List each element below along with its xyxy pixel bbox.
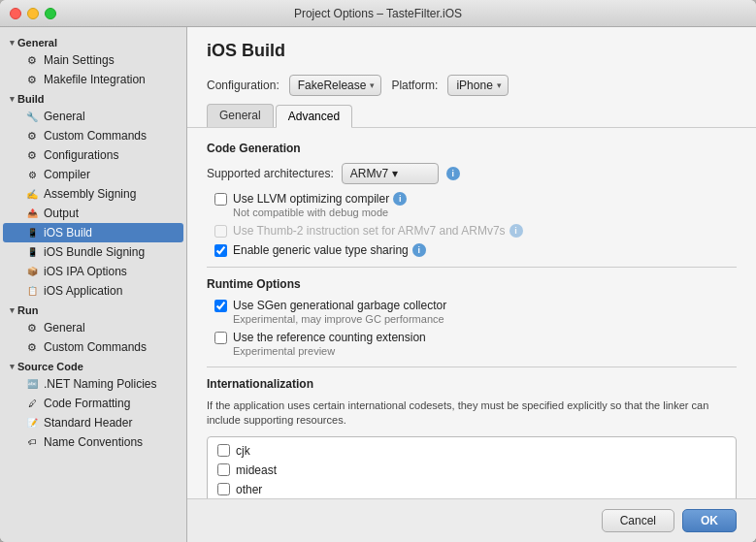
sidebar-item-net-naming[interactable]: .NET Naming Policies [0, 374, 186, 394]
maximize-button[interactable] [45, 8, 56, 19]
config-label: Configuration: [207, 79, 279, 92]
info-icon[interactable]: i [412, 243, 426, 257]
sidebar-section-general[interactable]: ▾ General [0, 33, 186, 50]
main-content: ▾ General Main Settings Makefile Integra… [0, 27, 756, 542]
net-icon [25, 377, 39, 391]
sidebar-section-build[interactable]: ▾ Build [0, 89, 186, 107]
cjk-checkbox[interactable] [217, 444, 230, 457]
runtime-options-title: Runtime Options [207, 277, 737, 291]
sidebar-section-run[interactable]: ▾ Run [0, 301, 186, 318]
code-fmt-icon [25, 397, 39, 410]
sidebar-item-run-custom-commands[interactable]: Custom Commands [0, 337, 186, 357]
info-icon[interactable]: i [393, 192, 407, 206]
sidebar-item-ios-ipa-options[interactable]: iOS IPA Options [0, 262, 186, 281]
gear-icon [25, 340, 39, 354]
intl-note: If the application uses certain internat… [207, 399, 737, 429]
build-icon [25, 110, 39, 123]
info-icon[interactable]: i [446, 167, 460, 180]
intl-item-other: other [208, 480, 736, 498]
generic-value-content: Enable generic value type sharing i [233, 243, 737, 257]
panel-body: Code Generation Supported architectures:… [187, 128, 756, 498]
arch-label: Supported architectures: [207, 167, 334, 180]
sgen-sub: Experimental, may improve GC performance [233, 313, 737, 325]
gear-icon [25, 53, 39, 67]
platform-dropdown[interactable]: iPhone ▾ [447, 75, 508, 96]
generic-value-label: Enable generic value type sharing i [233, 243, 737, 257]
mideast-checkbox[interactable] [217, 463, 230, 476]
sidebar-item-compiler[interactable]: Compiler [0, 165, 186, 184]
arrow-icon: ▾ [10, 38, 15, 48]
ios-icon [25, 226, 39, 239]
arrow-icon: ▾ [10, 362, 15, 371]
sidebar-item-ios-build[interactable]: iOS Build [3, 223, 183, 242]
sidebar-section-source-code[interactable]: ▾ Source Code [0, 357, 186, 374]
sidebar-item-build-general[interactable]: General [0, 107, 186, 126]
ok-button[interactable]: OK [682, 509, 737, 532]
panel-title: iOS Build [207, 41, 737, 61]
sidebar-item-standard-header[interactable]: Standard Header [0, 413, 186, 432]
main-window: Project Options – TasteFilter.iOS ▾ Gene… [0, 0, 756, 542]
intl-item-cjk: cjk [208, 441, 736, 461]
close-button[interactable] [10, 8, 21, 19]
sgen-label: Use SGen generational garbage collector [233, 299, 737, 312]
generic-value-checkbox-row: Enable generic value type sharing i [207, 243, 737, 257]
right-panel: iOS Build Configuration: FakeRelease ▾ P… [187, 27, 756, 542]
code-generation-title: Code Generation [207, 142, 737, 155]
sidebar-item-makefile-integration[interactable]: Makefile Integration [0, 70, 186, 89]
sidebar-item-output[interactable]: Output [0, 204, 186, 223]
sidebar-item-name-conventions[interactable]: Name Conventions [0, 432, 186, 452]
tabs-row: General Advanced [187, 104, 756, 128]
ios-icon [25, 245, 39, 259]
intl-item-mideast: mideast [208, 461, 736, 480]
generic-value-checkbox[interactable] [214, 244, 227, 257]
divider [207, 267, 737, 268]
tab-general[interactable]: General [207, 104, 274, 127]
ref-counting-content: Use the reference counting extension Exp… [233, 331, 737, 357]
gear-icon [25, 321, 39, 335]
arch-dropdown[interactable]: ARMv7 ▾ [342, 163, 439, 184]
llvm-checkbox[interactable] [214, 193, 227, 206]
window-title: Project Options – TasteFilter.iOS [294, 7, 462, 20]
sidebar-item-ios-application[interactable]: iOS Application [0, 281, 186, 301]
ref-counting-label: Use the reference counting extension [233, 331, 737, 344]
tab-advanced[interactable]: Advanced [276, 105, 352, 128]
divider [207, 367, 737, 367]
caret-icon: ▾ [497, 80, 502, 90]
ref-counting-checkbox[interactable] [214, 332, 227, 344]
thumb2-label: Use Thumb-2 instruction set for ARMv7 an… [233, 224, 737, 238]
app-icon [25, 284, 39, 298]
sidebar: ▾ General Main Settings Makefile Integra… [0, 27, 187, 542]
other-checkbox[interactable] [217, 483, 230, 495]
ipa-icon [25, 265, 39, 278]
llvm-checkbox-row: Use LLVM optimizing compiler i Not compa… [207, 192, 737, 218]
config-row: Configuration: FakeRelease ▾ Platform: i… [187, 69, 756, 104]
configuration-dropdown[interactable]: FakeRelease ▾ [289, 75, 382, 96]
platform-label: Platform: [391, 79, 438, 92]
thumb2-content: Use Thumb-2 instruction set for ARMv7 an… [233, 224, 737, 238]
info-icon[interactable]: i [509, 224, 523, 238]
arrow-icon: ▾ [10, 94, 15, 104]
panel-header: iOS Build [187, 27, 756, 69]
sidebar-item-main-settings[interactable]: Main Settings [0, 50, 186, 70]
traffic-lights [10, 8, 56, 19]
cancel-button[interactable]: Cancel [602, 509, 674, 532]
sgen-checkbox[interactable] [214, 300, 227, 312]
gear-icon [25, 148, 39, 162]
arch-row: Supported architectures: ARMv7 ▾ i [207, 163, 737, 184]
minimize-button[interactable] [27, 8, 39, 19]
sgen-checkbox-row: Use SGen generational garbage collector … [207, 299, 737, 325]
sidebar-item-run-general[interactable]: General [0, 318, 186, 337]
gear-icon [25, 129, 39, 143]
thumb2-checkbox[interactable] [214, 225, 227, 238]
sgen-content: Use SGen generational garbage collector … [233, 299, 737, 325]
llvm-sub: Not compatible with debug mode [233, 207, 737, 218]
arrow-icon: ▾ [10, 305, 15, 315]
caret-icon: ▾ [392, 167, 398, 180]
sidebar-item-configurations[interactable]: Configurations [0, 145, 186, 165]
sidebar-item-ios-bundle-signing[interactable]: iOS Bundle Signing [0, 242, 186, 262]
sidebar-item-custom-commands[interactable]: Custom Commands [0, 126, 186, 145]
sidebar-item-code-formatting[interactable]: Code Formatting [0, 394, 186, 413]
output-icon [25, 207, 39, 220]
sidebar-item-assembly-signing[interactable]: Assembly Signing [0, 184, 186, 204]
header-icon [25, 416, 39, 430]
